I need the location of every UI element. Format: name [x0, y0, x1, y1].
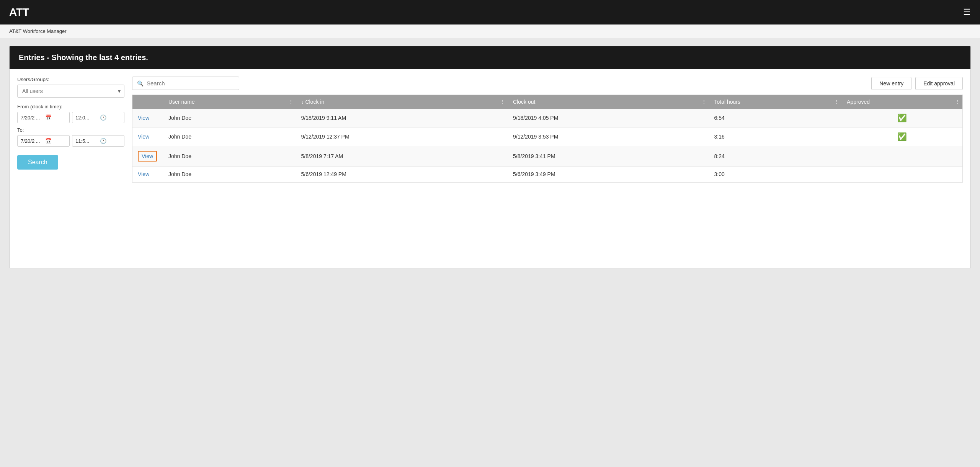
table-cell-view: View: [132, 109, 163, 127]
from-section: From (clock in time): 📅 🕐: [17, 104, 124, 123]
clock-icon-to[interactable]: 🕐: [100, 138, 106, 144]
approved-check-icon: ✅: [897, 114, 907, 122]
table-scroll-wrapper: User name ⋮ ↓ Clock in ⋮ Clock out ⋮: [132, 95, 963, 183]
approved-check-icon: ✅: [897, 132, 907, 141]
new-entry-button[interactable]: New entry: [871, 77, 911, 90]
filter-sidebar: Users/Groups: All users ▾ From (clock in…: [17, 77, 124, 260]
view-link[interactable]: View: [138, 115, 149, 121]
users-groups-select-wrapper: All users ▾: [17, 85, 124, 98]
calendar-icon[interactable]: 📅: [45, 114, 52, 121]
table-row: ViewJohn Doe9/18/2019 9:11 AM9/18/2019 4…: [132, 109, 962, 127]
table-cell-username: John Doe: [163, 109, 296, 127]
clock-icon[interactable]: 🕐: [100, 114, 106, 121]
col-header-clockin: ↓ Clock in ⋮: [296, 95, 508, 109]
right-content: 🔍 New entry Edit approval: [132, 77, 963, 260]
col-menu-totalhours[interactable]: ⋮: [834, 99, 839, 105]
from-time-input[interactable]: [75, 115, 98, 121]
col-header-clockout: Clock out ⋮: [508, 95, 709, 109]
table-row: ViewJohn Doe5/6/2019 12:49 PM5/6/2019 3:…: [132, 167, 962, 182]
users-groups-select[interactable]: All users: [17, 85, 124, 98]
menu-icon[interactable]: ☰: [963, 7, 971, 17]
table-cell-view: View: [132, 146, 163, 167]
view-link[interactable]: View: [138, 151, 157, 162]
app-logo: ATT: [9, 6, 29, 18]
main-content: Entries - Showing the last 4 entries. Us…: [0, 38, 980, 276]
panel-header: Entries - Showing the last 4 entries.: [10, 46, 970, 69]
to-date-input[interactable]: [21, 138, 44, 144]
col-header-username: User name ⋮: [163, 95, 296, 109]
table-cell-clockout: 9/12/2019 3:53 PM: [508, 127, 709, 146]
table-cell-totalhours: 6:54: [709, 109, 842, 127]
breadcrumb: AT&T Workforce Manager: [0, 24, 980, 38]
view-link[interactable]: View: [138, 134, 149, 140]
table-cell-view: View: [132, 167, 163, 182]
users-groups-section: Users/Groups: All users ▾: [17, 77, 124, 98]
table-cell-totalhours: 3:00: [709, 167, 842, 182]
search-input[interactable]: [147, 80, 234, 87]
from-label: From (clock in time):: [17, 104, 124, 109]
to-date-input-wrapper: 📅: [17, 135, 70, 147]
table-cell-clockin: 9/12/2019 12:37 PM: [296, 127, 508, 146]
table-body: ViewJohn Doe9/18/2019 9:11 AM9/18/2019 4…: [132, 109, 962, 182]
from-date-input[interactable]: [21, 115, 44, 121]
table-cell-username: John Doe: [163, 127, 296, 146]
top-nav: ATT ☰: [0, 0, 980, 24]
from-date-input-wrapper: 📅: [17, 112, 70, 123]
table-cell-view: View: [132, 127, 163, 146]
table-header-row: User name ⋮ ↓ Clock in ⋮ Clock out ⋮: [132, 95, 962, 109]
toolbar-buttons: New entry Edit approval: [871, 77, 963, 90]
col-header-actions: [132, 95, 163, 109]
panel-title: Entries - Showing the last 4 entries.: [19, 53, 148, 62]
table-cell-username: John Doe: [163, 167, 296, 182]
col-header-approved: Approved ⋮: [841, 95, 962, 109]
toolbar: 🔍 New entry Edit approval: [132, 77, 963, 90]
side-tab[interactable]: ➊ Show: [970, 142, 971, 173]
to-time-input[interactable]: [75, 138, 98, 144]
col-header-totalhours: Total hours ⋮: [709, 95, 842, 109]
calendar-icon-to[interactable]: 📅: [45, 138, 52, 144]
table-cell-username: John Doe: [163, 146, 296, 167]
table-cell-approved: [841, 167, 962, 182]
edit-approval-button[interactable]: Edit approval: [915, 77, 963, 90]
table-cell-totalhours: 8:24: [709, 146, 842, 167]
col-menu-clockout[interactable]: ⋮: [701, 99, 707, 105]
search-box: 🔍: [132, 77, 239, 90]
table-cell-approved: ✅: [841, 127, 962, 146]
from-date-time-row: 📅 🕐: [17, 112, 124, 123]
col-menu-approved[interactable]: ⋮: [955, 99, 960, 105]
table-cell-clockout: 9/18/2019 4:05 PM: [508, 109, 709, 127]
to-time-input-wrapper: 🕐: [72, 135, 124, 147]
view-link[interactable]: View: [138, 171, 149, 177]
panel-body: Users/Groups: All users ▾ From (clock in…: [10, 69, 970, 268]
table-row: ViewJohn Doe9/12/2019 12:37 PM9/12/2019 …: [132, 127, 962, 146]
col-menu-clockin[interactable]: ⋮: [500, 99, 505, 105]
table-cell-clockout: 5/8/2019 3:41 PM: [508, 146, 709, 167]
table-cell-approved: [841, 146, 962, 167]
to-date-time-row: 📅 🕐: [17, 135, 124, 147]
to-section: To: 📅 🕐: [17, 127, 124, 147]
users-groups-label: Users/Groups:: [17, 77, 124, 82]
table-cell-clockin: 9/18/2019 9:11 AM: [296, 109, 508, 127]
search-button[interactable]: Search: [17, 155, 58, 170]
table-row: ViewJohn Doe5/8/2019 7:17 AM5/8/2019 3:4…: [132, 146, 962, 167]
main-panel: Entries - Showing the last 4 entries. Us…: [9, 46, 971, 268]
col-menu-username[interactable]: ⋮: [288, 99, 294, 105]
table-cell-totalhours: 3:16: [709, 127, 842, 146]
table-cell-clockin: 5/8/2019 7:17 AM: [296, 146, 508, 167]
table-cell-clockin: 5/6/2019 12:49 PM: [296, 167, 508, 182]
table-cell-approved: ✅: [841, 109, 962, 127]
entries-table: User name ⋮ ↓ Clock in ⋮ Clock out ⋮: [132, 95, 962, 182]
to-label: To:: [17, 127, 124, 133]
search-icon: 🔍: [137, 80, 144, 87]
from-time-input-wrapper: 🕐: [72, 112, 124, 123]
table-cell-clockout: 5/6/2019 3:49 PM: [508, 167, 709, 182]
